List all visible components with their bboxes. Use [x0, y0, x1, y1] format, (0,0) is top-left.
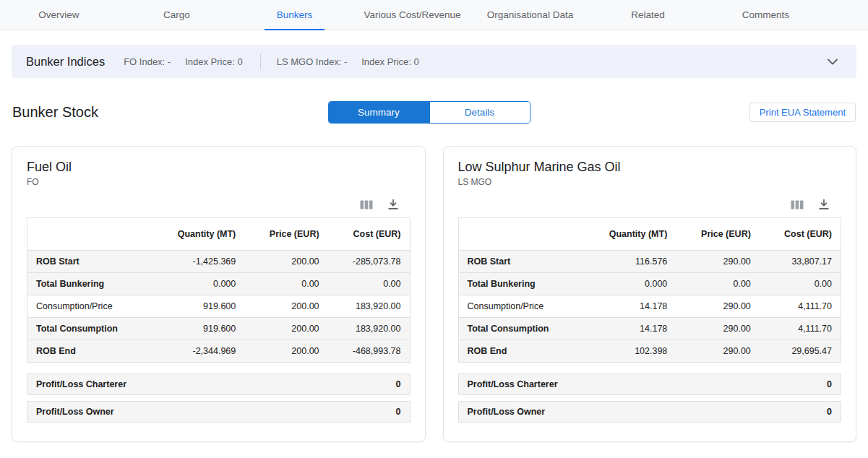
card-title: Low Sulphur Marine Gas Oil [458, 160, 842, 175]
columns-icon[interactable] [360, 199, 373, 210]
profit-loss-value: 0 [396, 407, 401, 417]
row-cost: 0.00 [328, 273, 410, 295]
table-header-row: Quantity (MT) Price (EUR) Cost (EUR) [27, 218, 411, 251]
table-header-row: Quantity (MT) Price (EUR) Cost (EUR) [458, 218, 841, 251]
summary-details-toggle: Summary Details [328, 101, 530, 124]
tab-various-cost-revenue[interactable]: Various Cost/Revenue [353, 0, 471, 30]
tab-related[interactable]: Related [589, 0, 707, 30]
row-quantity: -1,425.369 [150, 251, 244, 273]
bunker-indices-title: Bunker Indices [26, 55, 105, 69]
profit-loss-value: 0 [396, 379, 401, 389]
row-price: 200.00 [244, 251, 327, 273]
table-row-rob-start: ROB Start 116.576 290.00 33,807.17 [458, 251, 841, 273]
header-empty [458, 218, 582, 251]
columns-icon[interactable] [791, 199, 804, 210]
table-row-total-bunkering: Total Bunkering 0.000 0.00 0.00 [458, 273, 841, 295]
row-cost: 0.00 [760, 273, 841, 295]
row-cost: 33,807.17 [760, 251, 841, 273]
tab-organisational-data[interactable]: Organisational Data [471, 0, 589, 30]
bunker-summary-table: Quantity (MT) Price (EUR) Cost (EUR) ROB… [458, 217, 842, 363]
row-cost: 4,111.70 [760, 318, 841, 340]
row-price: 290.00 [676, 295, 760, 318]
row-quantity: 102.398 [582, 340, 676, 363]
tab-label: Comments [742, 9, 789, 20]
summary-toggle-button[interactable]: Summary [329, 102, 429, 123]
header-empty [27, 218, 151, 251]
ls-mgo-index-value: LS MGO Index: - [277, 56, 348, 67]
card-toolbar [458, 199, 830, 210]
header-quantity: Quantity (MT) [150, 218, 244, 251]
page-title: Bunker Stock [12, 104, 98, 121]
ls-mgo-index-price-value: Index Price: 0 [361, 56, 419, 67]
table-row-total-bunkering: Total Bunkering 0.000 0.00 0.00 [27, 273, 411, 295]
table-row-total-consumption: Total Consumption 14.178 290.00 4,111.70 [458, 318, 841, 340]
tab-label: Organisational Data [487, 9, 573, 20]
tab-bar: Overview Cargo Bunkers Various Cost/Reve… [0, 0, 868, 30]
row-quantity: 116.576 [582, 251, 676, 273]
fo-index-price-value: Index Price: 0 [185, 56, 243, 67]
tab-label: Overview [38, 9, 79, 20]
row-quantity: 14.178 [582, 318, 676, 340]
row-label: Total Consumption [27, 318, 151, 340]
card-toolbar [27, 199, 399, 210]
profit-loss-owner-row: Profit/Loss Owner 0 [458, 401, 842, 423]
row-label: Total Bunkering [458, 273, 582, 295]
bunker-summary-table: Quantity (MT) Price (EUR) Cost (EUR) ROB… [27, 217, 411, 363]
tab-overview[interactable]: Overview [0, 0, 118, 30]
card-title: Fuel Oil [27, 160, 411, 175]
profit-loss-value: 0 [827, 407, 832, 417]
profit-loss-label: Profit/Loss Owner [468, 407, 546, 417]
row-label: ROB End [458, 340, 582, 363]
row-cost: -285,073.78 [328, 251, 410, 273]
row-quantity: 0.000 [150, 273, 244, 295]
row-label: ROB Start [458, 251, 582, 273]
card-subtitle: LS MGO [458, 177, 842, 187]
header-cost: Cost (EUR) [760, 218, 841, 251]
row-price: 0.00 [676, 273, 760, 295]
profit-loss-owner-row: Profit/Loss Owner 0 [27, 401, 411, 423]
profit-loss-label: Profit/Loss Owner [36, 407, 114, 417]
bunker-indices-panel-header[interactable]: Bunker Indices FO Index: - Index Price: … [12, 45, 856, 78]
print-eua-statement-button[interactable]: Print EUA Statement [749, 103, 856, 122]
bunker-stock-header: Bunker Stock Summary Details Print EUA S… [12, 100, 856, 124]
ls-mgo-card: Low Sulphur Marine Gas Oil LS MGO Quanti… [443, 146, 857, 442]
row-label: Consumption/Price [27, 295, 151, 318]
row-cost: 29,695.47 [760, 340, 841, 363]
table-row-consumption-price: Consumption/Price 14.178 290.00 4,111.70 [458, 295, 841, 318]
download-icon[interactable] [387, 199, 399, 210]
tab-label: Related [631, 9, 665, 20]
row-label: Total Consumption [458, 318, 582, 340]
row-quantity: 0.000 [582, 273, 676, 295]
header-quantity: Quantity (MT) [582, 218, 676, 251]
row-quantity: 919.600 [150, 295, 244, 318]
row-label: ROB Start [27, 251, 151, 273]
row-quantity: 14.178 [582, 295, 676, 318]
tab-bunkers[interactable]: Bunkers [236, 0, 353, 30]
fo-index-value: FO Index: - [124, 56, 171, 67]
profit-loss-charterer-row: Profit/Loss Charterer 0 [27, 373, 411, 395]
tab-label: Cargo [163, 9, 190, 20]
table-row-rob-start: ROB Start -1,425.369 200.00 -285,073.78 [27, 251, 411, 273]
vertical-divider [260, 53, 261, 69]
expand-panel-button[interactable] [823, 52, 842, 72]
chevron-down-icon [828, 56, 838, 67]
card-subtitle: FO [27, 177, 411, 187]
table-row-rob-end: ROB End 102.398 290.00 29,695.47 [458, 340, 841, 363]
row-cost: 183,920.00 [328, 295, 410, 318]
header-price: Price (EUR) [676, 218, 760, 251]
tab-label: Various Cost/Revenue [364, 9, 460, 20]
profit-loss-charterer-row: Profit/Loss Charterer 0 [458, 373, 842, 395]
table-row-rob-end: ROB End -2,344.969 200.00 -468,993.78 [27, 340, 411, 363]
row-label: Total Bunkering [27, 273, 151, 295]
tab-comments[interactable]: Comments [707, 0, 825, 30]
row-price: 290.00 [676, 318, 760, 340]
download-icon[interactable] [818, 199, 830, 210]
row-cost: -468,993.78 [328, 340, 410, 363]
tab-label: Bunkers [277, 9, 313, 20]
fuel-oil-card: Fuel Oil FO Quantity (MT) Price (EUR) Co… [12, 146, 426, 442]
tab-cargo[interactable]: Cargo [118, 0, 236, 30]
profit-loss-value: 0 [827, 379, 832, 389]
row-label: Consumption/Price [458, 295, 582, 318]
row-quantity: -2,344.969 [150, 340, 244, 363]
details-toggle-button[interactable]: Details [429, 102, 530, 123]
